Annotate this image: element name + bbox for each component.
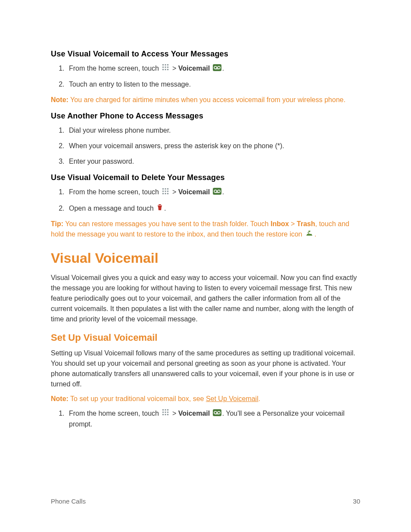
svg-rect-17 (165, 190, 166, 192)
step-text: From the home screen, touch (69, 65, 161, 72)
svg-rect-7 (165, 69, 166, 70)
step-text: . (222, 65, 224, 72)
step-text: > (170, 65, 178, 72)
link-set-up-voicemail[interactable]: Set Up Voicemail (206, 395, 258, 402)
note-text: You are charged for airtime minutes when… (68, 96, 346, 103)
note-label: Note: (51, 96, 68, 103)
step-text: From the home screen, touch (69, 188, 161, 196)
svg-rect-31 (162, 412, 164, 413)
heading-delete-messages: Use Visual Voicemail to Delete Your Mess… (51, 172, 360, 184)
page-footer: Phone Calls 30 (51, 497, 360, 507)
list-item: From the home screen, touch > Voicemail … (66, 408, 360, 429)
visual-description: Visual Voicemail gives you a quick and e… (51, 273, 360, 324)
voicemail-icon (213, 409, 221, 419)
setup-steps-list: From the home screen, touch > Voicemail … (51, 408, 360, 429)
tip-restore: Tip: You can restore messages you have s… (51, 219, 360, 240)
svg-rect-20 (165, 193, 166, 194)
heading-set-up: Set Up Visual Voicemail (51, 330, 360, 345)
svg-rect-32 (165, 412, 166, 413)
list-item: Dial your wireless phone number. (66, 125, 360, 136)
svg-rect-15 (167, 188, 168, 190)
setup-description: Setting up Visual Voicemail follows many… (51, 348, 360, 389)
svg-rect-36 (167, 414, 168, 415)
svg-rect-2 (167, 64, 168, 65)
svg-rect-27 (158, 205, 162, 206)
document-page: Use Visual Voicemail to Access Your Mess… (0, 0, 411, 532)
svg-rect-19 (162, 193, 164, 194)
step-text (210, 410, 212, 417)
svg-rect-26 (159, 204, 161, 205)
voicemail-icon (213, 187, 221, 198)
svg-rect-8 (167, 69, 168, 70)
step-text: . (164, 205, 166, 212)
trash-icon (156, 203, 163, 214)
list-item: Enter your password. (66, 156, 360, 167)
svg-rect-4 (165, 67, 166, 68)
step-text: Touch an entry to listen to the message. (69, 81, 191, 88)
svg-rect-35 (165, 414, 166, 415)
tip-text: > (289, 220, 297, 227)
svg-rect-0 (162, 64, 164, 65)
heading-visual-voicemail: Visual Voicemail (51, 248, 360, 268)
svg-rect-18 (167, 190, 168, 192)
svg-rect-34 (162, 414, 164, 415)
voicemail-label: Voicemail (178, 65, 210, 72)
note-text: . (258, 395, 260, 402)
svg-rect-1 (165, 64, 166, 65)
heading-access-messages: Use Visual Voicemail to Access Your Mess… (51, 48, 360, 60)
note-setup: Note: To set up your traditional voicema… (51, 394, 360, 404)
footer-section: Phone Calls (51, 497, 86, 507)
svg-rect-3 (162, 67, 164, 68)
step-text: Dial your wireless phone number. (69, 127, 171, 134)
svg-rect-28 (162, 409, 164, 411)
step-text: . (222, 188, 224, 196)
svg-rect-14 (165, 188, 166, 190)
list-item: From the home screen, touch > Voicemail … (66, 63, 360, 74)
step-text: > (170, 410, 178, 417)
voicemail-icon (213, 64, 221, 74)
step-text: When your voicemail answers, press the a… (69, 142, 284, 149)
svg-rect-30 (167, 409, 168, 411)
svg-rect-5 (167, 67, 168, 68)
svg-rect-16 (162, 190, 164, 192)
list-item: When your voicemail answers, press the a… (66, 141, 360, 151)
note-airtime: Note: You are charged for airtime minute… (51, 95, 360, 105)
note-label: Note: (51, 395, 68, 402)
svg-rect-6 (162, 69, 164, 70)
list-item: Open a message and touch . (66, 203, 360, 214)
tip-text: You can restore messages you have sent t… (63, 220, 271, 227)
tip-text: . (314, 230, 316, 238)
list-item: Touch an entry to listen to the message. (66, 79, 360, 90)
footer-page-number: 30 (353, 497, 360, 507)
access-steps-list: From the home screen, touch > Voicemail … (51, 63, 360, 90)
svg-rect-21 (167, 193, 168, 194)
step-text (210, 65, 212, 72)
svg-rect-29 (165, 409, 166, 411)
list-item: From the home screen, touch > Voicemail … (66, 187, 360, 198)
restore-icon (305, 230, 314, 240)
svg-rect-13 (162, 188, 164, 190)
inbox-label: Inbox (271, 220, 289, 227)
delete-steps-list: From the home screen, touch > Voicemail … (51, 187, 360, 214)
voicemail-label: Voicemail (178, 188, 210, 196)
svg-rect-33 (167, 412, 168, 413)
step-text: Open a message and touch (69, 205, 156, 212)
heading-another-phone: Use Another Phone to Access Messages (51, 110, 360, 122)
step-text: From the home screen, touch (69, 410, 161, 417)
step-text (210, 188, 212, 196)
step-text: > (170, 188, 178, 196)
step-text: Enter your password. (69, 158, 134, 165)
trash-label: Trash (297, 220, 315, 227)
dialpad-icon (162, 408, 169, 419)
note-text: To set up your traditional voicemail box… (68, 395, 206, 402)
dialpad-icon (162, 63, 169, 74)
voicemail-label: Voicemail (178, 410, 210, 417)
tip-label: Tip: (51, 220, 63, 227)
another-steps-list: Dial your wireless phone number. When yo… (51, 125, 360, 167)
dialpad-icon (162, 187, 169, 198)
